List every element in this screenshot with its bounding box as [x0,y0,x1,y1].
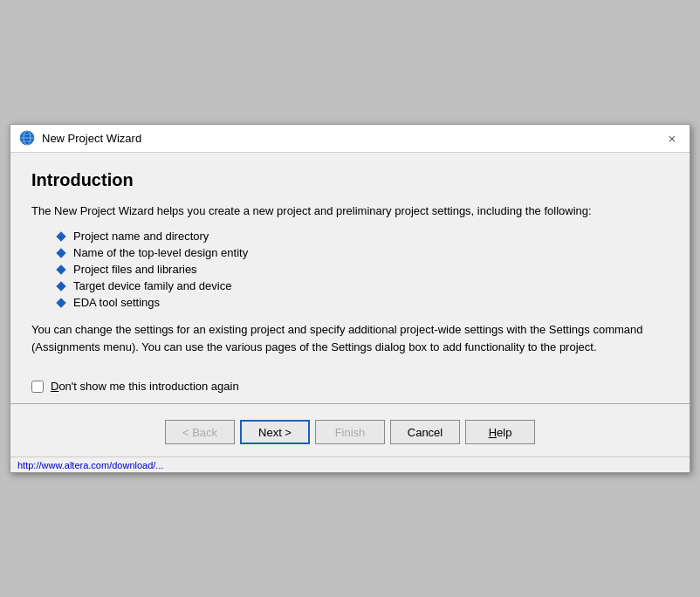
intro-paragraph2: You can change the settings for an exist… [31,321,669,355]
bullet-text: Name of the top-level design entity [73,246,248,259]
checkbox-area: Don't show me this introduction again [10,367,690,403]
bullet-icon [56,231,65,241]
window-title: New Project Wizard [42,132,141,145]
divider [10,403,690,404]
bullet-list: Project name and directory Name of the t… [31,228,669,311]
back-button[interactable]: < Back [165,420,235,444]
title-bar-left: New Project Wizard [19,130,141,146]
button-bar: < Back Next > Finish Cancel Help [10,413,690,456]
help-button[interactable]: Help [465,420,535,444]
list-item: Project name and directory [31,228,669,244]
dont-show-checkbox[interactable] [31,381,44,393]
bullet-text: EDA tool settings [73,296,160,309]
main-window: New Project Wizard × Introduction The Ne… [10,124,690,474]
bullet-icon [56,298,65,307]
list-item: EDA tool settings [31,294,669,311]
intro-heading: Introduction [31,170,669,190]
list-item: Name of the top-level design entity [31,244,669,261]
app-icon [19,130,35,146]
bullet-text: Project name and directory [73,230,209,243]
title-bar: New Project Wizard × [10,125,690,153]
bullet-icon [56,281,65,291]
next-button[interactable]: Next > [240,420,310,444]
status-text: http://www.altera.com/download/... [17,460,164,470]
bullet-text: Project files and libraries [73,263,197,276]
content-area: Introduction The New Project Wizard help… [10,153,690,368]
intro-paragraph1: The New Project Wizard helps you create … [31,202,669,220]
list-item: Project files and libraries [31,261,669,278]
list-item: Target device family and device [31,278,669,294]
bullet-text: Target device family and device [73,279,231,292]
finish-button[interactable]: Finish [315,420,385,444]
close-button[interactable]: × [663,129,681,147]
bullet-icon [56,248,65,257]
bullet-icon [56,264,65,274]
dont-show-label[interactable]: Don't show me this introduction again [51,380,239,393]
cancel-button[interactable]: Cancel [390,420,460,444]
status-bar: http://www.altera.com/download/... [10,456,690,472]
